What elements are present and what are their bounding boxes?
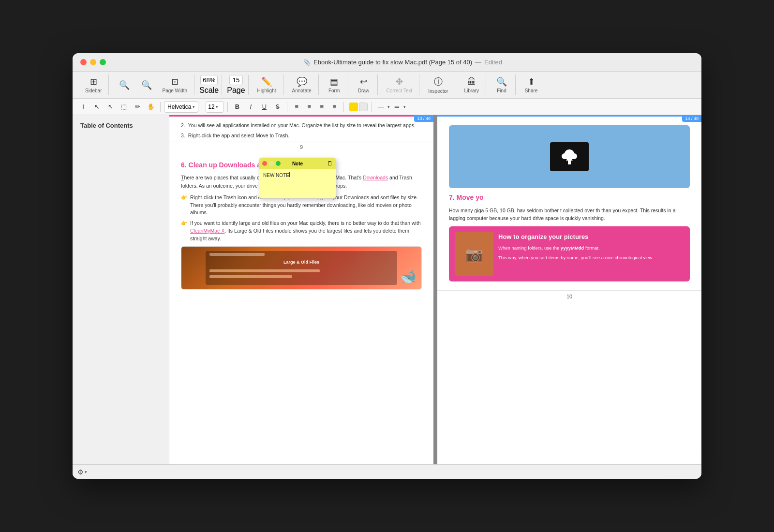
library-label: Library bbox=[464, 88, 479, 93]
correct-text-label: Correct Text bbox=[387, 88, 413, 93]
bold-button[interactable]: B bbox=[231, 101, 243, 113]
page-top-content: 2. You will see all applications install… bbox=[169, 117, 433, 142]
page-number-right: 10 bbox=[437, 290, 701, 302]
scale-input[interactable] bbox=[200, 75, 218, 85]
highlight-button[interactable]: ✏️ Highlight bbox=[253, 74, 280, 95]
bullet-2: 👉 If you want to identify large and old … bbox=[181, 220, 422, 242]
italic-button[interactable]: I bbox=[245, 101, 256, 113]
note-body[interactable]: NEW NOTE bbox=[259, 169, 336, 198]
note-title: Note bbox=[292, 161, 303, 166]
note-min[interactable] bbox=[269, 161, 274, 166]
page-input[interactable] bbox=[229, 75, 243, 85]
title-bar: 📎 Ebook-Ultimate guide to fix slow Mac.p… bbox=[73, 53, 701, 72]
note-close[interactable] bbox=[262, 161, 267, 166]
cleanmymac-link[interactable]: CleanMyMac X bbox=[190, 228, 224, 234]
card-text: How to organize your pictures When namin… bbox=[498, 232, 684, 276]
close-button[interactable] bbox=[80, 59, 87, 65]
minimize-button[interactable] bbox=[90, 59, 96, 65]
select-arrow-button[interactable]: ↖ bbox=[91, 101, 103, 113]
settings-button[interactable]: ⚙ ▾ bbox=[77, 468, 87, 476]
maximize-button[interactable] bbox=[100, 59, 106, 65]
align-right-button[interactable]: ≡ bbox=[316, 101, 327, 113]
line-style-button[interactable]: — bbox=[375, 101, 387, 113]
draw-button[interactable]: ↩ Draw bbox=[353, 74, 374, 95]
screenshot-image: Large & Old Files 🐋 bbox=[181, 246, 422, 290]
font-selector[interactable]: Helvetica ▾ bbox=[164, 101, 198, 113]
align-center-button[interactable]: ≡ bbox=[303, 101, 315, 113]
line-weight-button[interactable]: ═ bbox=[391, 101, 402, 113]
photographer-icon: 📷 bbox=[465, 243, 483, 265]
page-badge-left: 13 / 40 bbox=[414, 115, 433, 122]
sidebar-title: Table of Contents bbox=[77, 120, 164, 131]
ss-row-1 bbox=[209, 253, 394, 256]
note-max[interactable] bbox=[276, 161, 281, 166]
form-icon: ▤ bbox=[330, 76, 338, 87]
align-justify-button[interactable]: ≡ bbox=[328, 101, 340, 113]
screenshot-inner: Large & Old Files bbox=[206, 251, 398, 285]
sidebar-button[interactable]: ⊞ Sidebar bbox=[81, 74, 105, 95]
highlight-color-button[interactable] bbox=[349, 103, 358, 111]
annotate-icon: 💬 bbox=[297, 76, 307, 87]
find-button[interactable]: 🔍 Find bbox=[491, 74, 512, 95]
align-left-button[interactable]: ≡ bbox=[291, 101, 302, 113]
strikethrough-button[interactable]: S̶ bbox=[272, 101, 283, 113]
inspector-label: Inspector bbox=[428, 89, 448, 94]
font-size-value: 12 bbox=[208, 103, 214, 110]
top-item-text-2: Right-click the app and select Move to T… bbox=[188, 132, 290, 140]
font-size-selector[interactable]: 12 ▾ bbox=[206, 101, 224, 113]
card-highlight: yyyyMMdd bbox=[561, 245, 584, 251]
font-size-arrow: ▾ bbox=[216, 104, 218, 109]
pdf-view: 2. You will see all applications install… bbox=[169, 115, 701, 464]
select-box-button[interactable]: ⬚ bbox=[118, 101, 130, 113]
page-width-label: Page Width bbox=[162, 88, 187, 93]
inspector-icon: ⓘ bbox=[434, 76, 443, 88]
text-cursor-button[interactable]: I bbox=[77, 101, 89, 113]
inspector-button[interactable]: ⓘ Inspector bbox=[424, 74, 452, 96]
form-button[interactable]: ▤ Form bbox=[324, 74, 345, 95]
card-para1: When naming folders, use the yyyyMMdd fo… bbox=[498, 245, 684, 251]
note-traffic-lights bbox=[262, 161, 281, 166]
format-divider-1 bbox=[160, 102, 161, 112]
eraser-button[interactable]: ✏ bbox=[132, 101, 143, 113]
gear-icon: ⚙ bbox=[77, 468, 84, 476]
underline-button[interactable]: U bbox=[258, 101, 270, 113]
toolbar-group-inspector: ⓘ Inspector bbox=[421, 74, 455, 96]
line-weight-arrow: ▾ bbox=[403, 104, 406, 109]
sidebar-label: Sidebar bbox=[85, 88, 102, 93]
library-button[interactable]: 🏛 Library bbox=[460, 75, 483, 95]
page-width-icon: ⊡ bbox=[171, 76, 179, 87]
font-dropdown-arrow: ▾ bbox=[193, 104, 195, 109]
highlight-label: Highlight bbox=[257, 88, 276, 93]
title-bar-center: 📎 Ebook-Ultimate guide to fix slow Mac.p… bbox=[112, 59, 694, 66]
erase-color-button[interactable] bbox=[359, 103, 368, 111]
toolbar-group-page: Page bbox=[224, 75, 248, 95]
toolbar-group-highlight: ✏️ Highlight bbox=[251, 74, 283, 95]
downloads-link[interactable]: Downloads bbox=[363, 175, 388, 180]
traffic-lights bbox=[80, 59, 106, 65]
library-icon: 🏛 bbox=[467, 77, 476, 87]
line-style-arrow: ▾ bbox=[387, 104, 390, 109]
zoom-out-button[interactable]: 🔍 bbox=[114, 78, 135, 92]
note-cursor bbox=[289, 172, 290, 177]
correct-text-button[interactable]: ✤ Correct Text bbox=[383, 74, 417, 95]
laptop-upload-icon bbox=[550, 142, 589, 171]
format-divider-2 bbox=[202, 102, 202, 112]
hand-button[interactable]: ✋ bbox=[145, 101, 157, 113]
page-width-button[interactable]: ⊡ Page Width bbox=[158, 74, 191, 95]
share-button[interactable]: ⬆ Share bbox=[521, 74, 542, 95]
format-divider-3 bbox=[227, 102, 228, 112]
share-label: Share bbox=[525, 88, 538, 93]
select-arrow2-button[interactable]: ↖ bbox=[104, 101, 116, 113]
draw-label: Draw bbox=[358, 88, 369, 93]
form-label: Form bbox=[328, 88, 340, 93]
pdf-page-right: 14 / 40 bbox=[437, 115, 701, 464]
whale-icon: 🐋 bbox=[400, 266, 417, 287]
note-popup[interactable]: Note 🗒 NEW NOTE Tetia 2022-04-18 09:47:5… bbox=[259, 158, 336, 199]
zoom-in-button[interactable]: 🔍 bbox=[136, 78, 157, 92]
body-text-t: T bbox=[181, 175, 184, 180]
toolbar-group-form: ▤ Form bbox=[321, 74, 348, 95]
toolbar-group-scale: Scale bbox=[196, 75, 222, 95]
edited-label: Edited bbox=[484, 59, 502, 66]
pink-organize-card: 📷 How to organize your pictures When nam… bbox=[449, 226, 690, 281]
annotate-button[interactable]: 💬 Annotate bbox=[288, 74, 315, 95]
